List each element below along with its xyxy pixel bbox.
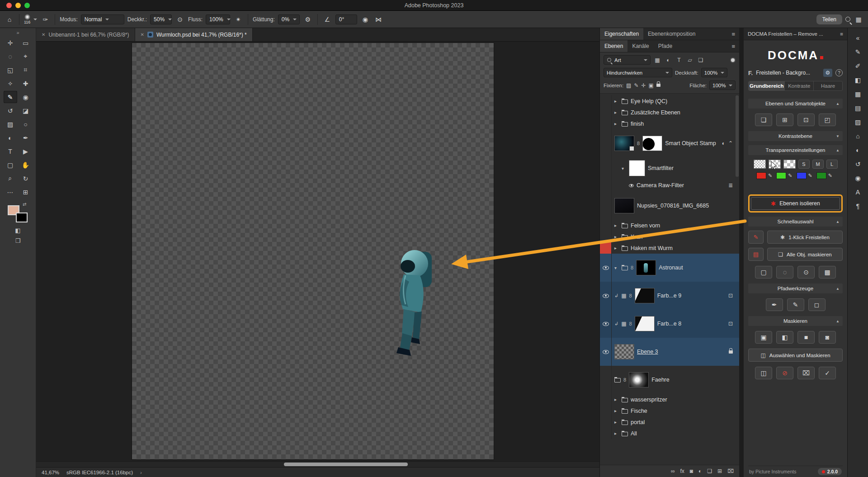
quick-mask-icon[interactable]: ◧ xyxy=(15,227,20,234)
section-path-tools[interactable]: Pfadwerkzeuge ▲ xyxy=(748,283,843,293)
close-tab-icon[interactable]: ✕ xyxy=(141,32,144,37)
layer-thumbnail[interactable] xyxy=(635,288,655,303)
layer-thumbnail[interactable] xyxy=(635,316,655,331)
fill-select[interactable]: 100% xyxy=(709,80,736,90)
smart-filter-icon[interactable]: ◐ xyxy=(722,140,725,146)
filter-blend-icon[interactable]: ≣ xyxy=(728,182,733,189)
mask-all-objects-button[interactable]: ❏ Alle Obj. maskieren xyxy=(767,248,843,261)
layer-row[interactable]: ▸wasserspritzer xyxy=(600,394,739,405)
character-panel-icon[interactable]: A xyxy=(852,187,864,197)
layer-visibility-toggle[interactable] xyxy=(600,231,612,242)
blue-color-chip[interactable] xyxy=(797,172,807,179)
delete-mask-button[interactable]: ⌧ xyxy=(797,367,815,379)
brush-tool[interactable]: ✎ xyxy=(4,91,17,103)
toggle-mask-view-button[interactable]: ⊘ xyxy=(776,367,793,379)
collapse-arrow-icon[interactable]: ▲ xyxy=(836,319,840,323)
layer-row-body[interactable]: ↲▦8Farb...e 8⊡ xyxy=(612,310,739,338)
layer-row-body[interactable]: ▸Fische xyxy=(612,405,739,416)
disclosure-caret-icon[interactable]: ▸ xyxy=(614,110,619,115)
flow-select[interactable]: 100% xyxy=(206,14,230,24)
gradients-panel-icon[interactable]: ▤ xyxy=(852,103,864,113)
layer-row-body[interactable]: Nupsies_070816_IMG_6685 xyxy=(612,192,739,220)
layer-row[interactable]: ▸Felsen vorn xyxy=(600,220,739,231)
layer-row[interactable]: 8Faehre xyxy=(600,366,739,394)
screen-mode-icon[interactable]: ❒ xyxy=(15,237,21,244)
libraries-panel-icon[interactable]: ⌂ xyxy=(852,131,864,141)
document-tab-active[interactable]: ✕ Wurmloch.psd bei 41,7% (RGB/16*) * xyxy=(135,28,253,41)
filter-smart-objects-icon[interactable]: ❏ xyxy=(697,57,705,63)
select-and-mask-button[interactable]: ◫ Auswählen und Maskieren xyxy=(748,349,843,362)
layer-row-body[interactable]: ▸Eye Help (QC) xyxy=(612,95,739,107)
adjustments-panel-icon[interactable]: ◐ xyxy=(852,145,864,155)
clone-stamp-tool[interactable]: ◉ xyxy=(19,91,33,103)
shape-tool[interactable]: ▢ xyxy=(4,159,17,171)
layer-mask-thumbnail[interactable] xyxy=(642,136,662,151)
crop-tool[interactable]: ◱ xyxy=(4,64,17,76)
disclosure-caret-icon[interactable]: ▸ xyxy=(614,397,619,402)
disclosure-caret-icon[interactable]: ▸ xyxy=(614,99,619,104)
pen-tool[interactable]: ✒ xyxy=(19,132,33,144)
type-tool[interactable]: T xyxy=(4,145,17,157)
filter-type-layers-icon[interactable]: T xyxy=(675,57,683,63)
red-image-button[interactable]: ▤ xyxy=(748,248,764,261)
edit-toolbar[interactable]: ⋯ xyxy=(4,186,17,198)
airbrush-icon[interactable]: ✴ xyxy=(233,14,243,25)
layer-thumbnail[interactable] xyxy=(614,198,634,213)
layer-row-body[interactable]: 8Faehre xyxy=(612,366,739,394)
gradient-tool[interactable]: ▨ xyxy=(4,118,17,130)
delete-layer-icon[interactable]: ⌧ xyxy=(727,468,734,474)
copy-layer-button[interactable]: ❏ xyxy=(755,113,772,126)
layer-row-body[interactable]: ▾Smartfilter xyxy=(612,157,739,179)
layer-row-body[interactable]: ▸wasserspritzer xyxy=(612,394,739,405)
dark-green-color-eyedropper-icon[interactable]: ✎ xyxy=(828,173,832,179)
layer-thumbnail[interactable] xyxy=(614,344,634,359)
share-button[interactable]: Teilen xyxy=(816,14,842,24)
document-tab[interactable]: ✕ Unbenannt-1 bei 66,7% (RGB/8*) xyxy=(36,28,135,41)
rect-select-button[interactable]: ▢ xyxy=(755,266,772,279)
gear-icon[interactable]: ⚙ xyxy=(303,14,313,25)
section-layers-smartobjects[interactable]: Ebenen und Smartobjekte ▲ xyxy=(748,99,843,109)
layer-thumbnail[interactable] xyxy=(636,260,656,275)
layer-filter-toggle[interactable] xyxy=(730,57,736,63)
layer-visibility-toggle[interactable] xyxy=(600,254,612,282)
tab-pfade[interactable]: Pfade xyxy=(654,40,677,52)
freeform-pen-button[interactable]: ✎ xyxy=(787,298,804,311)
layer-row[interactable]: ▸Zusätzliche Ebenen xyxy=(600,107,739,118)
layer-row[interactable]: ▸finish xyxy=(600,118,739,129)
filter-shape-layers-icon[interactable]: ▱ xyxy=(686,57,694,63)
layer-row-body[interactable]: ▸All xyxy=(612,428,739,439)
layer-row[interactable]: ▸Fische xyxy=(600,405,739,416)
layer-row[interactable]: ▸Eye Help (QC) xyxy=(600,95,739,107)
healing-brush-tool[interactable]: ✚ xyxy=(19,77,33,90)
link-layers-icon[interactable]: ∞ xyxy=(671,468,675,474)
apply-mask-button[interactable]: ✓ xyxy=(819,367,836,379)
blur-tool[interactable]: ○ xyxy=(19,118,33,130)
lock-pixels-icon[interactable]: ✎ xyxy=(634,82,638,89)
layer-row[interactable]: 8Smart Object Stamp◐⌃ xyxy=(600,129,739,157)
layer-row[interactable]: Camera Raw-Filter≣ xyxy=(600,179,739,192)
grid-size-s-button[interactable]: S xyxy=(798,160,810,169)
smart-filter-eye-icon[interactable] xyxy=(629,184,634,187)
history-panel-icon[interactable]: ↺ xyxy=(852,159,864,169)
pressure-opacity-icon[interactable]: ⊙ xyxy=(175,14,185,25)
layer-thumbnail[interactable] xyxy=(629,372,649,387)
layer-visibility-toggle[interactable] xyxy=(600,157,612,179)
plugin-settings-gear-icon[interactable]: ⚙ xyxy=(823,69,832,77)
section-masking[interactable]: Maskieren ▲ xyxy=(748,316,843,326)
tab-ebenenkomposition[interactable]: Ebenenkomposition xyxy=(643,28,700,40)
grid-preview-small[interactable] xyxy=(754,160,766,169)
blend-mode-select[interactable]: Normal xyxy=(81,14,124,24)
brushes-panel-icon[interactable]: ✐ xyxy=(852,61,864,71)
zoom-level[interactable]: 41,67% xyxy=(42,470,59,475)
panel-menu-icon[interactable]: ≡ xyxy=(731,28,739,40)
layer-visibility-toggle[interactable] xyxy=(600,107,612,118)
smart-object-button[interactable]: ⊡ xyxy=(797,113,815,126)
green-color-eyedropper-icon[interactable]: ✎ xyxy=(788,173,792,179)
layer-row-body[interactable]: ↲▦8Farb...e 9⊡ xyxy=(612,282,739,310)
paragraph-panel-icon[interactable]: ¶ xyxy=(852,201,864,211)
layer-visibility-toggle[interactable] xyxy=(600,179,612,192)
stamp-visible-button[interactable]: ⊞ xyxy=(776,113,793,126)
panel-menu-icon[interactable]: ≡ xyxy=(731,40,739,52)
collapse-arrow-icon[interactable]: ▲ xyxy=(836,287,840,291)
layer-filter-type-select[interactable]: Art xyxy=(604,55,651,65)
